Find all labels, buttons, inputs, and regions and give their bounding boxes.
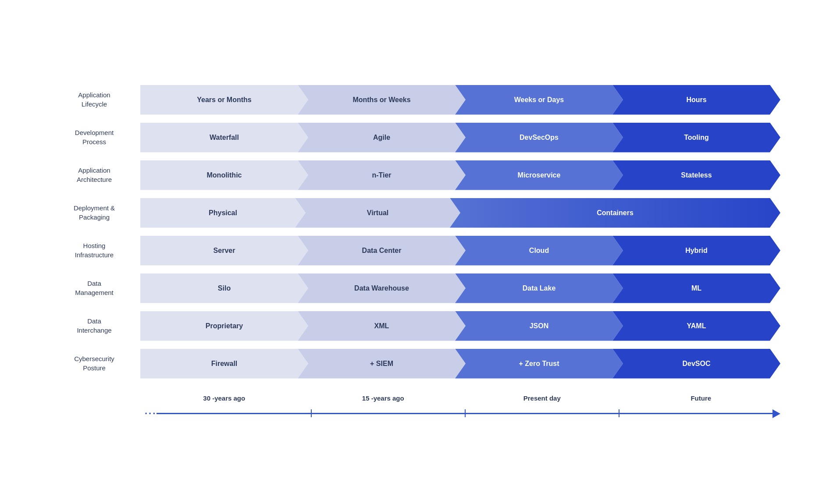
seg-4-0: Server bbox=[140, 236, 308, 266]
chart-container: Application LifecycleYears or MonthsMont… bbox=[44, 67, 789, 437]
seg-7-0: Firewall bbox=[140, 349, 308, 379]
seg-3-2: Containers bbox=[450, 198, 780, 228]
seg-7-3: DevSOC bbox=[612, 349, 780, 379]
row-label-1: Development Process bbox=[53, 128, 140, 146]
timeline-label-1: 30 -years ago bbox=[145, 394, 304, 402]
row-3: Deployment & PackagingPhysicalVirtualCon… bbox=[53, 198, 780, 228]
seg-0-3: Hours bbox=[612, 85, 780, 115]
seg-3-1: Virtual bbox=[295, 198, 460, 228]
row-label-7: Cybersecurity Posture bbox=[53, 355, 140, 373]
seg-4-3: Hybrid bbox=[612, 236, 780, 266]
seg-4-2: Cloud bbox=[455, 236, 623, 266]
seg-1-3: Tooling bbox=[612, 123, 780, 153]
arrow-track-0: Years or MonthsMonths or WeeksWeeks or D… bbox=[140, 85, 780, 115]
seg-5-1: Data Warehouse bbox=[298, 273, 466, 303]
timeline-label-3: Present day bbox=[463, 394, 622, 402]
seg-7-2: + Zero Trust bbox=[455, 349, 623, 379]
seg-6-2: JSON bbox=[455, 311, 623, 341]
row-label-3: Deployment & Packaging bbox=[53, 204, 140, 222]
seg-6-0: Proprietary bbox=[140, 311, 308, 341]
seg-5-2: Data Lake bbox=[455, 273, 623, 303]
seg-6-1: XML bbox=[298, 311, 466, 341]
timeline-arrowhead bbox=[772, 409, 780, 418]
seg-3-0: Physical bbox=[140, 198, 306, 228]
arrow-track-6: ProprietaryXMLJSONYAML bbox=[140, 311, 780, 341]
row-2: Application ArchitectureMonolithicn-Tier… bbox=[53, 160, 780, 190]
seg-1-2: DevSecOps bbox=[455, 123, 623, 153]
timeline-label-2: 15 -years ago bbox=[304, 394, 463, 402]
seg-5-3: ML bbox=[612, 273, 780, 303]
seg-7-1: + SIEM bbox=[298, 349, 466, 379]
row-1: Development ProcessWaterfallAgileDevSecO… bbox=[53, 123, 780, 153]
seg-2-1: n-Tier bbox=[298, 160, 466, 190]
seg-1-1: Agile bbox=[298, 123, 466, 153]
seg-6-3: YAML bbox=[612, 311, 780, 341]
row-label-0: Application Lifecycle bbox=[53, 91, 140, 109]
tick-3 bbox=[619, 409, 619, 417]
row-label-4: Hosting Infrastructure bbox=[53, 241, 140, 259]
seg-2-0: Monolithic bbox=[140, 160, 308, 190]
arrow-track-5: SiloData WarehouseData LakeML bbox=[140, 273, 780, 303]
seg-2-2: Microservice bbox=[455, 160, 623, 190]
row-label-2: Application Architecture bbox=[53, 166, 140, 184]
arrow-track-3: PhysicalVirtualContainers bbox=[140, 198, 780, 228]
timeline-dots: ··· bbox=[145, 408, 157, 419]
seg-2-3: Stateless bbox=[612, 160, 780, 190]
row-7: Cybersecurity PostureFirewall+ SIEM+ Zer… bbox=[53, 349, 780, 379]
seg-0-1: Months or Weeks bbox=[298, 85, 466, 115]
tick-2 bbox=[465, 409, 466, 417]
timeline-arrow-row: ··· bbox=[53, 408, 780, 419]
seg-0-2: Weeks or Days bbox=[455, 85, 623, 115]
row-0: Application LifecycleYears or MonthsMont… bbox=[53, 85, 780, 115]
rows-container: Application LifecycleYears or MonthsMont… bbox=[53, 85, 780, 379]
seg-4-1: Data Center bbox=[298, 236, 466, 266]
row-label-6: Data Interchange bbox=[53, 317, 140, 335]
seg-5-0: Silo bbox=[140, 273, 308, 303]
timeline-label-4: Future bbox=[622, 394, 781, 402]
timeline-line bbox=[157, 413, 772, 414]
arrow-track-7: Firewall+ SIEM+ Zero TrustDevSOC bbox=[140, 349, 780, 379]
timeline-labels-row: 30 -years ago 15 -years ago Present day … bbox=[53, 394, 780, 402]
tick-1 bbox=[311, 409, 312, 417]
arrow-track-2: Monolithicn-TierMicroserviceStateless bbox=[140, 160, 780, 190]
seg-1-0: Waterfall bbox=[140, 123, 308, 153]
row-5: Data ManagementSiloData WarehouseData La… bbox=[53, 273, 780, 303]
arrow-track-1: WaterfallAgileDevSecOpsTooling bbox=[140, 123, 780, 153]
row-6: Data InterchangeProprietaryXMLJSONYAML bbox=[53, 311, 780, 341]
row-label-5: Data Management bbox=[53, 279, 140, 297]
arrow-track-4: ServerData CenterCloudHybrid bbox=[140, 236, 780, 266]
seg-0-0: Years or Months bbox=[140, 85, 308, 115]
row-4: Hosting InfrastructureServerData CenterC… bbox=[53, 236, 780, 266]
